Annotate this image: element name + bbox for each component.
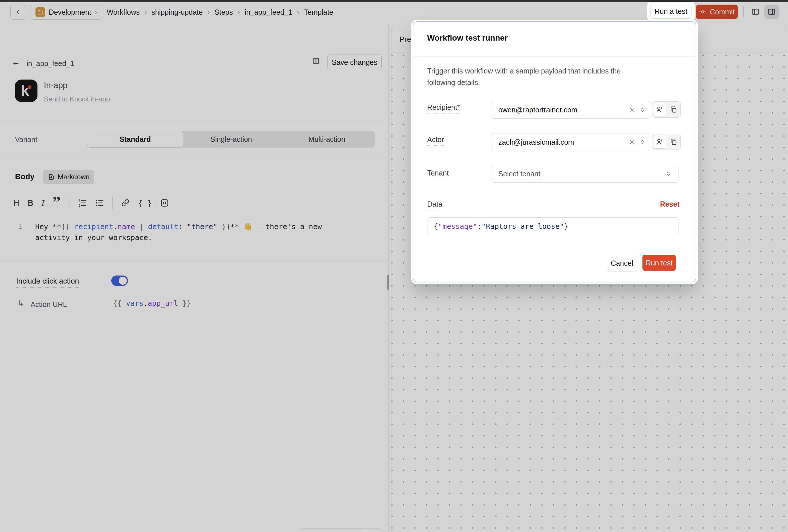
recipient-input[interactable]	[491, 106, 629, 114]
recipient-label: Recipient*	[427, 103, 460, 114]
user-icon	[656, 138, 664, 146]
data-label: Data	[427, 200, 442, 210]
json-mode-button[interactable]	[667, 135, 679, 149]
user-icon	[656, 105, 664, 114]
data-json-input[interactable]: {"message": "Raptors are loose"}	[427, 217, 678, 235]
chevron-updown-icon	[665, 170, 672, 177]
tenant-placeholder: Select tenant	[498, 170, 540, 178]
actor-label: Actor	[427, 135, 444, 146]
user-select-mode-button[interactable]	[653, 103, 666, 116]
chevron-updown-icon[interactable]	[639, 106, 646, 113]
run-a-test-anchor: Run a test	[647, 2, 695, 21]
recipient-combobox[interactable]	[491, 101, 650, 119]
app-window: Development › Workflows › shipping-updat…	[0, 0, 788, 532]
actor-mode-switcher	[652, 134, 681, 150]
json-mode-button[interactable]	[667, 103, 679, 116]
actor-input[interactable]	[491, 138, 629, 146]
user-select-mode-button[interactable]	[653, 135, 666, 149]
chevron-updown-icon[interactable]	[639, 139, 646, 145]
run-test-button[interactable]: Run test	[643, 255, 676, 271]
clear-icon[interactable]	[629, 139, 635, 145]
clear-icon[interactable]	[629, 106, 635, 113]
copy-icon	[669, 105, 677, 114]
reset-link[interactable]: Reset	[660, 200, 679, 209]
copy-icon	[669, 138, 677, 146]
tenant-label: Tenant	[427, 169, 449, 179]
modal-description: Trigger this workflow with a sample payl…	[427, 65, 649, 88]
workflow-test-runner-modal: Workflow test runner Trigger this workfl…	[413, 21, 696, 282]
cancel-button[interactable]: Cancel	[607, 255, 637, 272]
modal-title: Workflow test runner	[427, 34, 508, 43]
actor-combobox[interactable]	[491, 133, 650, 151]
run-a-test-button[interactable]: Run a test	[651, 4, 691, 19]
tenant-select[interactable]: Select tenant	[491, 165, 678, 183]
recipient-mode-switcher	[652, 101, 681, 118]
